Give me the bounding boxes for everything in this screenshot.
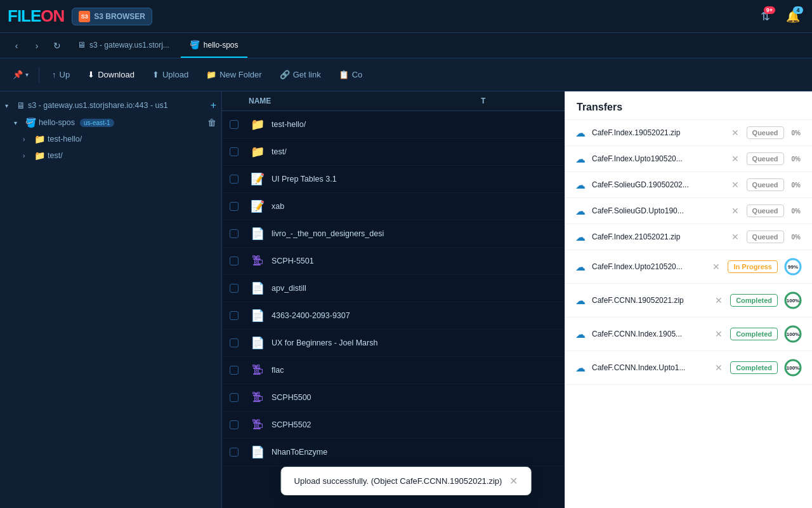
transfer-cancel-button[interactable]: ✕ [729, 178, 742, 191]
progress-pct: 0% [789, 182, 803, 189]
upload-cloud-icon: ☁ [574, 179, 587, 191]
transfer-cancel-button[interactable]: ✕ [729, 126, 742, 139]
s3-browser-label: S3 BROWSER [94, 12, 145, 21]
download-button[interactable]: ⬇ Download [80, 66, 142, 83]
transfer-row: ☁ CafeF.Index.Upto210520... ✕ In Progres… [565, 250, 812, 284]
pdf-icon: 📄 [249, 443, 266, 461]
transfer-filename: CafeF.CCNN.Index.Upto1... [592, 363, 707, 372]
transfer-filename: CafeF.SolieuGD.Upto190... [592, 206, 724, 215]
progress-pct: 0% [789, 208, 803, 215]
transfer-cancel-button[interactable]: ✕ [729, 231, 742, 243]
nav-back[interactable]: ‹ [8, 33, 25, 58]
file-checkbox[interactable] [230, 120, 249, 129]
tab-s3-icon: 🖥 [77, 40, 86, 50]
transfer-filename: CafeF.CCNN.19052021.zip [592, 296, 707, 305]
pin-button[interactable]: 📌 ▾ [8, 66, 34, 83]
progress-circle: 99% [783, 257, 803, 277]
transfer-cancel-button[interactable]: ✕ [729, 152, 742, 165]
zip-icon: 🗜 [249, 389, 266, 406]
transfer-cancel-button[interactable]: ✕ [712, 328, 725, 340]
up-button[interactable]: ↑ Up [44, 66, 77, 83]
file-row[interactable]: 📝 UI Prep Tables 3.1 [222, 166, 565, 193]
file-checkbox[interactable] [230, 393, 249, 402]
zip-icon: 🗜 [249, 361, 266, 379]
file-checkbox[interactable] [230, 338, 249, 347]
file-row[interactable]: 📄 UX for Beginners - Joel Marsh [222, 330, 565, 357]
tab-hello-spos[interactable]: 🪣 hello-spos [181, 33, 247, 58]
file-row[interactable]: 📝 xab [222, 193, 565, 220]
progress-pct: 0% [789, 234, 803, 241]
file-row[interactable]: 📁 test/ [222, 138, 565, 166]
transfer-status: Completed [730, 361, 778, 374]
transfer-cancel-button[interactable]: ✕ [712, 361, 725, 374]
copy-icon: 📋 [339, 70, 349, 79]
sidebar-bucket[interactable]: ▾ 🪣 hello-spos us-east-1 🗑 [0, 114, 221, 131]
get-link-label: Get link [293, 70, 321, 79]
file-checkbox[interactable] [230, 257, 249, 265]
file-row[interactable]: 📄 4363-2400-2093-9307 [222, 302, 565, 330]
sidebar-folder-test-hello[interactable]: › 📁 test-hello/ [0, 131, 221, 147]
file-name: test/ [272, 147, 557, 156]
up-icon: ↑ [52, 70, 56, 79]
progress-circle: 100% [783, 358, 803, 378]
delete-bucket-button[interactable]: 🗑 [207, 117, 216, 128]
file-row[interactable]: 🗜 SCPH-5501 [222, 248, 565, 275]
file-checkbox[interactable] [230, 147, 249, 156]
sidebar-folder2-label: test/ [48, 151, 63, 160]
file-rows: 📁 test-hello/ 📁 test/ 📝 UI Prep Tables 3… [222, 111, 565, 466]
nav-refresh[interactable]: ↻ [48, 33, 66, 58]
file-checkbox[interactable] [230, 311, 249, 320]
filelist-header: NAME T [222, 91, 565, 111]
bucket-icon: 🪣 [25, 117, 36, 128]
transfer-row: ☁ CafeF.Index.21052021.zip ✕ Queued 0% [565, 224, 812, 250]
tab-s3[interactable]: 🖥 s3 - gateway.us1.storj... [69, 33, 178, 58]
file-row[interactable]: 📄 NhanToEnzyme [222, 439, 565, 466]
transfer-filename: CafeF.Index.Upto190520... [592, 154, 724, 163]
file-row[interactable]: 🗜 SCPH5502 [222, 411, 565, 439]
progress-text: 100% [787, 365, 799, 371]
sync-button[interactable]: ⇅ 9+ [754, 5, 776, 28]
progress-circle: 100% [783, 324, 803, 344]
file-row[interactable]: 📁 test-hello/ [222, 111, 565, 138]
copy-button[interactable]: 📋 Co [331, 66, 370, 83]
sidebar-root-label: s3 - gateway.us1.storjshare.io:443 - us1 [28, 101, 168, 110]
transfers-panel: Transfers ☁ CafeF.Index.19052021.zip ✕ Q… [565, 91, 812, 508]
s3-browser-badge: S3 S3 BROWSER [72, 8, 152, 25]
transfer-filename: CafeF.CCNN.Index.1905... [592, 330, 707, 338]
sync-badge: 9+ [764, 6, 775, 14]
file-checkbox[interactable] [230, 202, 249, 211]
file-checkbox[interactable] [230, 175, 249, 184]
toolbar: 📌 ▾ ↑ Up ⬇ Download ⬆ Upload 📁 New Folde… [0, 58, 812, 91]
transfer-cancel-button[interactable]: ✕ [729, 204, 742, 217]
transfer-cancel-button[interactable]: ✕ [710, 260, 723, 273]
transfer-status: Queued [747, 231, 784, 243]
upload-button[interactable]: ⬆ Upload [145, 66, 196, 83]
upload-cloud-icon: ☁ [574, 362, 587, 374]
doc-icon: 📝 [249, 170, 266, 188]
file-checkbox[interactable] [230, 366, 249, 375]
folder-icon: 📁 [249, 116, 266, 133]
file-row[interactable]: 🗜 flac [222, 357, 565, 384]
file-checkbox[interactable] [230, 448, 249, 457]
transfers-list: ☁ CafeF.Index.19052021.zip ✕ Queued 0% ☁… [565, 120, 812, 385]
transfer-status: Completed [730, 328, 778, 340]
bell-button[interactable]: 🔔 4 [782, 5, 804, 28]
up-label: Up [60, 70, 70, 79]
transfer-cancel-button[interactable]: ✕ [712, 294, 725, 307]
sidebar-folder-test[interactable]: › 📁 test/ [0, 147, 221, 164]
sidebar-root[interactable]: ▾ 🖥 s3 - gateway.us1.storjshare.io:443 -… [0, 97, 221, 114]
file-checkbox[interactable] [230, 420, 249, 429]
app-header: FILE ON S3 S3 BROWSER ⇅ 9+ 🔔 4 [0, 0, 812, 33]
nav-forward[interactable]: › [28, 33, 46, 58]
progress-text: 100% [787, 331, 799, 337]
toast-close-button[interactable]: ✕ [509, 475, 518, 487]
new-folder-button[interactable]: 📁 New Folder [199, 66, 269, 83]
get-link-button[interactable]: 🔗 Get link [272, 66, 329, 83]
file-checkbox[interactable] [230, 284, 249, 293]
type-header: T [481, 97, 557, 105]
add-bucket-button[interactable]: + [211, 100, 216, 111]
file-row[interactable]: 📄 apv_distill [222, 275, 565, 302]
file-checkbox[interactable] [230, 229, 249, 238]
file-row[interactable]: 📄 livro_-_the_non_designers_desi [222, 220, 565, 248]
file-row[interactable]: 🗜 SCPH5500 [222, 384, 565, 411]
